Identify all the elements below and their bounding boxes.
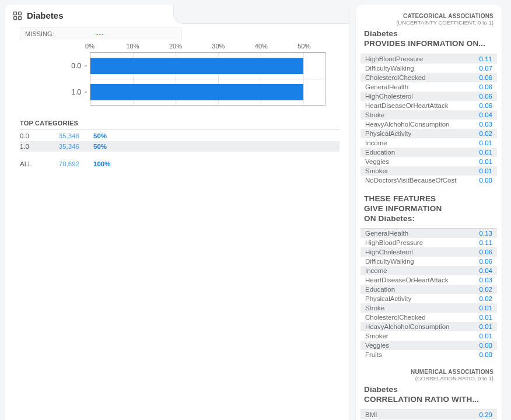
svg-rect-1 <box>19 12 22 15</box>
list-item: CholesterolChecked0.06 <box>360 73 497 82</box>
cat-assoc-title: CATEGORICAL ASSOCIATIONS <box>358 13 499 19</box>
cat-assoc-table: HighBloodPressure0.11DifficultyWalking0.… <box>360 54 497 185</box>
associations-panel: CATEGORICAL ASSOCIATIONS (UNCERTAINTY CO… <box>356 5 502 420</box>
list-item: DifficultyWalking0.07 <box>360 64 497 73</box>
list-item: Smoker0.01 <box>360 166 497 176</box>
list-item: Veggies0.00 <box>360 341 497 350</box>
list-item: Smoker0.01 <box>360 331 497 341</box>
list-item: GeneralHealth0.13 <box>360 229 497 238</box>
table-row: 0.035,34650% <box>20 131 340 141</box>
list-item: Fruits0.00 <box>360 350 497 359</box>
list-item: Education0.02 <box>360 285 497 294</box>
summary-panel: Diabetes MISSING: --- 0%10%20%30%40%50% … <box>5 5 349 420</box>
num-assoc-head2: CORRELATION RATIO WITH... <box>358 395 499 405</box>
list-item: CholesterolChecked0.01 <box>360 313 497 322</box>
cat-assoc-head1: Diabetes <box>358 29 499 39</box>
distribution-chart: 0%10%20%30%40%50% 0.01.0 <box>20 43 334 111</box>
chart-ylabel: 0.0 <box>71 62 81 70</box>
chart-xtick: 10% <box>126 43 139 50</box>
list-item: PhysicalActivity0.02 <box>360 129 497 138</box>
svg-rect-3 <box>19 16 22 19</box>
list-item: HighCholesterol0.06 <box>360 247 497 257</box>
cat-assoc-head2: PROVIDES INFORMATION ON... <box>358 39 499 49</box>
cat-assoc-inv-table: GeneralHealth0.13HighBloodPressure0.11Hi… <box>360 228 497 359</box>
chart-xtick: 20% <box>169 43 182 50</box>
grid-icon <box>13 11 22 20</box>
table-row: 1.035,34650% <box>20 141 340 152</box>
list-item: BMI0.29 <box>360 410 497 419</box>
page-title: Diabetes <box>27 10 64 20</box>
top-categories-title: TOP CATEGORIES <box>20 120 340 130</box>
list-item: HeavyAlchoholConsumption0.01 <box>360 322 497 331</box>
list-item: GeneralHealth0.06 <box>360 82 497 92</box>
num-assoc-head1: Diabetes <box>358 385 499 395</box>
list-item: Stroke0.04 <box>360 110 497 120</box>
chart-xtick: 0% <box>85 43 94 50</box>
missing-row: MISSING: --- <box>20 27 182 40</box>
table-row-total: ALL70,692100% <box>20 159 340 169</box>
num-assoc-table: BMI0.29Age0.28PhysicalHealth0.21MentalHe… <box>360 410 497 420</box>
list-item: NoDoctorsVisitBecauseOfCost0.00 <box>360 176 497 185</box>
list-item: HeartDiseaseOrHeartAttack0.03 <box>360 275 497 285</box>
num-assoc-sub: (CORRELATION RATIO, 0 to 1) <box>358 375 499 385</box>
chart-bar <box>90 58 303 74</box>
list-item: Income0.01 <box>360 138 497 148</box>
missing-label: MISSING: <box>25 30 54 37</box>
list-item: HeartDiseaseOrHeartAttack0.06 <box>360 101 497 110</box>
list-item: Stroke0.01 <box>360 303 497 313</box>
cat-assoc-inv-head1: THESE FEATURES <box>358 194 499 204</box>
list-item: HighCholesterol0.06 <box>360 92 497 101</box>
cat-assoc-inv-head3: ON Diabetes: <box>358 214 499 224</box>
svg-rect-0 <box>14 12 17 15</box>
cat-assoc-sub: (UNCERTAINTY COEFFICIENT, 0 to 1) <box>358 19 499 29</box>
top-categories-table: 0.035,34650%1.035,34650%ALL70,692100% <box>20 131 340 169</box>
list-item: DifficultyWalking0.06 <box>360 257 497 266</box>
chart-xtick: 40% <box>255 43 268 50</box>
missing-value: --- <box>96 30 104 37</box>
num-assoc-title: NUMERICAL ASSOCIATIONS <box>358 369 499 375</box>
list-item: Veggies0.01 <box>360 157 497 166</box>
chart-bar <box>90 84 303 100</box>
list-item: HeavyAlchoholConsumption0.03 <box>360 120 497 129</box>
chart-xtick: 30% <box>212 43 225 50</box>
list-item: HighBloodPressure0.11 <box>360 238 497 247</box>
chart-xtick: 50% <box>298 43 310 50</box>
list-item: PhysicalActivity0.02 <box>360 294 497 303</box>
list-item: Income0.04 <box>360 266 497 275</box>
chart-ylabel: 1.0 <box>71 88 81 96</box>
svg-rect-2 <box>14 16 17 19</box>
list-item: Education0.01 <box>360 148 497 157</box>
cat-assoc-inv-head2: GIVE INFORMATION <box>358 204 499 214</box>
list-item: HighBloodPressure0.11 <box>360 54 497 64</box>
